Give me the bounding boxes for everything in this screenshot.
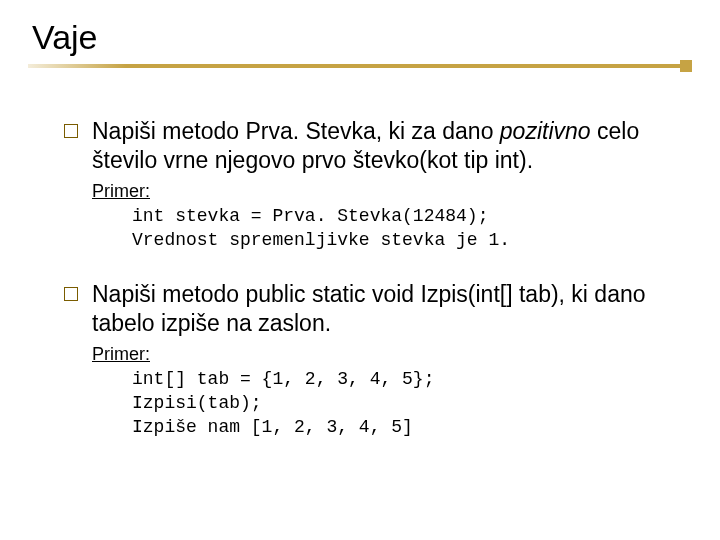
code-block: int[] tab = {1, 2, 3, 4, 5}; Izpisi(tab)… — [132, 367, 674, 440]
slide-title: Vaje — [28, 18, 692, 57]
text-italic: pozitivno — [500, 118, 591, 144]
bullet-item: Napiši metodo Prva. Stevka, ki za dano p… — [64, 117, 674, 175]
slide: Vaje Napiši metodo Prva. Stevka, ki za d… — [0, 0, 720, 540]
code-block: int stevka = Prva. Stevka(12484); Vredno… — [132, 204, 674, 253]
bullet-text: Napiši metodo public static void Izpis(i… — [92, 280, 674, 338]
example-block: Primer: int[] tab = {1, 2, 3, 4, 5}; Izp… — [92, 344, 674, 440]
rule-cap — [680, 60, 692, 72]
checkbox-icon — [64, 287, 78, 301]
rule-line — [28, 64, 681, 68]
slide-content: Napiši metodo Prva. Stevka, ki za dano p… — [28, 69, 692, 439]
example-label: Primer: — [92, 181, 674, 202]
bullet-item: Napiši metodo public static void Izpis(i… — [64, 280, 674, 338]
checkbox-icon — [64, 124, 78, 138]
text-pre: Napiši metodo Prva. Stevka, ki za dano — [92, 118, 500, 144]
bullet-text: Napiši metodo Prva. Stevka, ki za dano p… — [92, 117, 674, 175]
example-block: Primer: int stevka = Prva. Stevka(12484)… — [92, 181, 674, 253]
text-pre: Napiši metodo public static void Izpis(i… — [92, 281, 646, 336]
example-label: Primer: — [92, 344, 674, 365]
